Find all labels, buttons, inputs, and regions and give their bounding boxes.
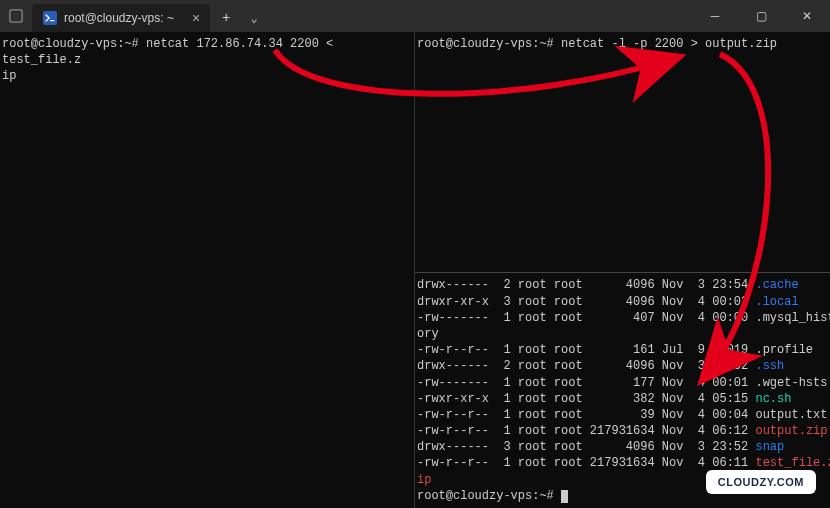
file-name: test_file.z <box>755 456 830 470</box>
close-window-button[interactable]: ✕ <box>784 0 830 32</box>
titlebar: root@cloudzy-vps: ~ × + ⌄ ─ ▢ ✕ <box>0 0 830 32</box>
file-name: snap <box>755 440 784 454</box>
terminal-panes: root@cloudzy-vps:~# netcat 172.86.74.34 … <box>0 32 830 508</box>
app-menu-icon[interactable] <box>0 0 32 32</box>
new-tab-button[interactable]: + <box>212 4 240 32</box>
prompt: root@cloudzy-vps:~# <box>417 37 554 51</box>
file-name: .cache <box>755 278 798 292</box>
command-wrap: ip <box>2 69 16 83</box>
file-name-wrap: ip <box>417 473 431 487</box>
file-name: .local <box>755 295 798 309</box>
tab-active[interactable]: root@cloudzy-vps: ~ × <box>32 4 210 32</box>
prompt: root@cloudzy-vps:~# <box>2 37 139 51</box>
terminal-pane-right[interactable]: root@cloudzy-vps:~# netcat -l -p 2200 > … <box>415 32 830 508</box>
svg-rect-0 <box>10 10 22 22</box>
minimize-button[interactable]: ─ <box>692 0 738 32</box>
file-name: output.zip <box>755 424 827 438</box>
maximize-button[interactable]: ▢ <box>738 0 784 32</box>
tab-dropdown-icon[interactable]: ⌄ <box>240 4 268 32</box>
window-controls: ─ ▢ ✕ <box>692 0 830 32</box>
file-name: .ssh <box>755 359 784 373</box>
cursor <box>561 490 568 503</box>
powershell-icon <box>42 10 58 26</box>
watermark-badge: CLOUDZY.COM <box>706 470 816 494</box>
command-text: netcat -l -p 2200 > output.zip <box>561 37 777 51</box>
file-name: nc.sh <box>755 392 791 406</box>
tab-title: root@cloudzy-vps: ~ <box>64 11 174 25</box>
terminal-pane-left[interactable]: root@cloudzy-vps:~# netcat 172.86.74.34 … <box>0 32 415 508</box>
tab-close-icon[interactable]: × <box>192 10 200 26</box>
